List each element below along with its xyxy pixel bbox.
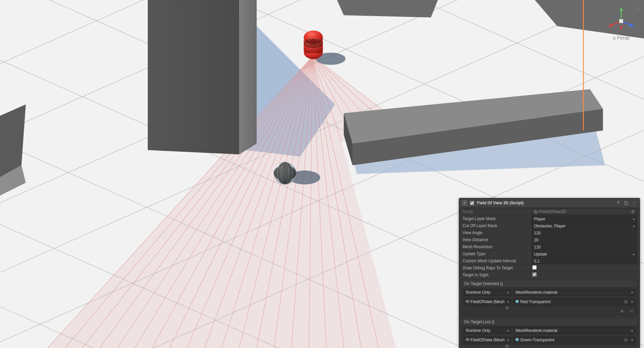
svg-marker-46	[239, 0, 257, 154]
view-distance-input[interactable]: 20	[532, 237, 637, 243]
draw-debug-checkbox[interactable]	[532, 265, 537, 270]
event-target-object-field[interactable]: FieldOfView (Mesh ⊙	[464, 337, 511, 343]
prop-custom-interval: Custom Mesh Update Interval 0.1	[459, 257, 640, 264]
event-function-dropdown[interactable]: MeshRenderer.material	[513, 289, 635, 296]
gizmo-x-label: x	[621, 30, 622, 33]
prop-mesh-resolution: Mesh Resolution 120	[459, 243, 640, 250]
material-icon	[516, 338, 519, 341]
object-picker-icon: ⊙	[631, 209, 635, 215]
mesh-resolution-input[interactable]: 120	[532, 244, 637, 250]
gizmo-axes-icon: x z	[604, 6, 638, 33]
prop-target-in-sight: Target In Sight	[459, 271, 640, 278]
inspector-panel: # Field Of View 3D (Script) ? ⋮ Script F…	[459, 198, 640, 348]
svg-marker-71	[608, 23, 612, 27]
svg-point-67	[281, 162, 289, 185]
component-header[interactable]: # Field Of View 3D (Script) ? ⋮	[459, 198, 640, 208]
component-enabled-checkbox[interactable]	[470, 201, 474, 205]
object-picker-icon[interactable]: ⊙	[624, 299, 628, 305]
update-type-dropdown[interactable]: Update	[532, 251, 637, 257]
view-angle-input[interactable]: 120	[532, 230, 637, 236]
cutoff-layer-dropdown[interactable]: Obstacles, Player	[532, 223, 637, 229]
svg-marker-75	[619, 26, 623, 29]
prop-cutoff-layer-mask: Cut Off Layer Mask Obstacles, Player	[459, 222, 640, 229]
event-target-object-field[interactable]: FieldOfView (Mesh ⊙	[464, 298, 511, 305]
event-argument-field[interactable]: Red-Transparent⊙	[513, 298, 635, 305]
event-on-target-detected: On Target Detected () Runtime Only MeshR…	[461, 280, 638, 316]
prop-update-type: Update Type Update	[459, 250, 640, 257]
prop-target-layer-mask: Target Layer Mask Player	[459, 215, 640, 222]
custom-interval-input[interactable]: 0.1	[532, 258, 637, 264]
component-title: Field Of View 3D (Script)	[477, 201, 613, 205]
projection-toggle[interactable]: ≤Persp	[604, 35, 638, 41]
script-component-icon: #	[462, 200, 467, 206]
help-icon[interactable]: ?	[615, 200, 621, 206]
persp-arrow-icon: ≤	[613, 35, 616, 41]
svg-marker-73	[630, 23, 635, 27]
event-call-state-dropdown[interactable]: Runtime Only	[464, 289, 511, 296]
target-layer-dropdown[interactable]: Player	[532, 216, 637, 222]
mesh-filter-icon	[466, 300, 469, 303]
script-asset-icon	[534, 210, 538, 214]
orientation-gizmo[interactable]: x z ≤Persp	[604, 6, 638, 43]
event-remove-button[interactable]: −	[628, 308, 635, 314]
gizmo-z-label: z	[635, 27, 636, 30]
material-icon	[516, 300, 519, 303]
gizmo-lock-icon[interactable]	[637, 6, 641, 10]
prop-script: Script FieldOfView3D ⊙	[459, 208, 640, 215]
context-menu-icon[interactable]: ⋮	[632, 200, 637, 206]
object-picker-icon[interactable]: ⊙	[504, 305, 509, 311]
svg-marker-69	[619, 7, 623, 11]
target-in-sight-checkbox[interactable]	[532, 272, 537, 277]
prop-draw-debug: Draw Debug Rays To Target	[459, 264, 640, 271]
mesh-filter-icon	[466, 338, 469, 341]
prop-view-distance: View Distance 20	[459, 236, 640, 243]
object-picker-icon[interactable]: ⊙	[504, 343, 509, 348]
scene-viewport[interactable]: x z ≤Persp # Field Of View 3D (Script) ?…	[0, 0, 644, 348]
prop-view-angle: View Angle 120	[459, 229, 640, 236]
event-title: On Target Detected ()	[462, 280, 637, 288]
script-field: FieldOfView3D ⊙	[532, 209, 637, 215]
svg-marker-45	[148, 0, 239, 154]
event-argument-field[interactable]: Green-Transparent⊙	[513, 337, 635, 343]
svg-rect-74	[619, 19, 623, 23]
event-title: On Target Lost ()	[462, 318, 637, 326]
svg-marker-52	[335, 0, 440, 17]
object-picker-icon[interactable]: ⊙	[624, 337, 628, 343]
event-call-state-dropdown[interactable]: Runtime Only	[464, 327, 511, 334]
event-on-target-lost: On Target Lost () Runtime Only MeshRende…	[461, 318, 638, 345]
event-function-dropdown[interactable]: MeshRenderer.material	[513, 327, 635, 334]
event-add-button[interactable]: +	[619, 308, 626, 314]
preset-icon[interactable]	[624, 200, 629, 206]
